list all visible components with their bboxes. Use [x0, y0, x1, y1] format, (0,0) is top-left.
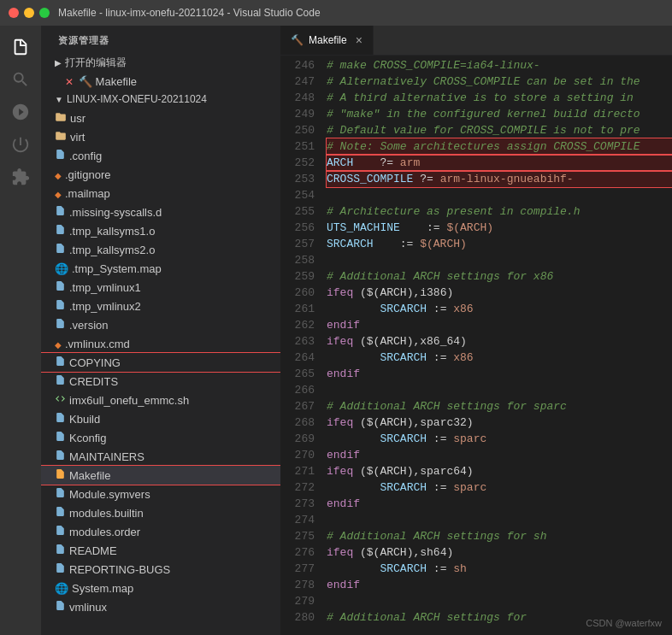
code-line-264: SRCARCH := x86 [327, 350, 672, 366]
file-name-label: Module.symvers [69, 488, 150, 501]
tree-item--mailmap[interactable]: ◆.mailmap [41, 184, 280, 203]
tree-item-modules-order[interactable]: modules.order [41, 522, 280, 541]
file-icon [55, 374, 66, 388]
tree-item--version[interactable]: .version [41, 315, 280, 334]
line-number-259: 259 [280, 268, 315, 285]
file-name-label: .missing-syscalls.d [69, 206, 162, 219]
file-icon [55, 506, 66, 520]
line-number-266: 266 [280, 382, 315, 398]
line-number-255: 255 [280, 203, 315, 220]
open-file-makefile[interactable]: ✕ 🔨 Makefile [41, 73, 280, 90]
minimize-button[interactable] [24, 8, 34, 18]
tree-item-system-map[interactable]: 🌐System.map [41, 579, 280, 597]
tree-item--config[interactable]: .config [41, 146, 280, 165]
file-name-label: MAINTAINERS [69, 450, 144, 463]
file-icon [55, 431, 66, 444]
code-line-260: ifeq ($(ARCH),i386) [327, 285, 672, 301]
title-bar: Makefile - linux-imx-onefu-20211024 - Vi… [0, 0, 672, 26]
file-icon [55, 299, 66, 313]
tree-item-kconfig[interactable]: Kconfig [41, 428, 280, 447]
code-line-263: ifeq ($(ARCH),x86_64) [327, 333, 672, 350]
window-title: Makefile - linux-imx-onefu-20211024 - Vi… [58, 7, 321, 19]
activity-bar [0, 26, 41, 635]
tree-item-reporting-bugs[interactable]: REPORTING-BUGS [41, 560, 280, 579]
file-icon: ◆ [55, 338, 62, 350]
tab-bar: 🔨 Makefile × [280, 26, 672, 56]
tree-item--vmlinux-cmd[interactable]: ◆.vmlinux.cmd [41, 334, 280, 353]
line-number-248: 248 [280, 90, 315, 106]
tree-item-readme[interactable]: README [41, 541, 280, 560]
code-line-257: SRCARCH := $(ARCH) [327, 236, 672, 252]
chevron-open-icon: ▼ [55, 95, 63, 104]
tab-makefile[interactable]: 🔨 Makefile × [280, 26, 374, 55]
file-icon: 🌐 [55, 262, 68, 275]
line-number-247: 247 [280, 73, 315, 90]
tree-item--tmp-vmlinux1[interactable]: .tmp_vmlinux1 [41, 278, 280, 297]
window-controls[interactable] [9, 8, 50, 18]
line-number-250: 250 [280, 122, 315, 138]
close-button[interactable] [9, 8, 19, 18]
tree-item-modules-builtin[interactable]: modules.builtin [41, 503, 280, 522]
code-line-259: # Additional ARCH settings for x86 [327, 268, 672, 285]
code-line-246: # make CROSS_COMPILE=ia64-linux- [327, 57, 672, 73]
tree-item-maintainers[interactable]: MAINTAINERS [41, 447, 280, 466]
file-name-label: REPORTING-BUGS [69, 563, 170, 576]
tree-item-usr[interactable]: usr [41, 109, 280, 127]
file-icon [55, 450, 66, 463]
file-name-label: .tmp_vmlinux2 [69, 300, 141, 313]
tree-item-imx6ull-onefu-emmc-sh[interactable]: imx6ull_onefu_emmc.sh [41, 391, 280, 409]
activity-search[interactable] [6, 65, 35, 94]
line-number-279: 279 [280, 593, 315, 609]
tree-item--tmp-kallsyms1-o[interactable]: .tmp_kallsyms1.o [41, 221, 280, 240]
line-number-257: 257 [280, 236, 315, 252]
tree-item-makefile[interactable]: Makefile [41, 466, 280, 485]
code-line-277: SRCARCH := sh [327, 561, 672, 577]
file-icon: ◆ [55, 187, 62, 200]
activity-extensions[interactable] [6, 162, 35, 191]
file-name-label: .config [69, 150, 102, 162]
tree-item--gitignore[interactable]: ◆.gitignore [41, 165, 280, 184]
tree-item-module-symvers[interactable]: Module.symvers [41, 485, 280, 503]
file-name-label: .tmp_System.map [72, 262, 162, 275]
line-number-277: 277 [280, 561, 315, 577]
file-name-label: Kconfig [69, 432, 106, 444]
line-number-249: 249 [280, 106, 315, 122]
activity-explorer[interactable] [6, 32, 35, 62]
root-folder-section[interactable]: ▼ LINUX-IMX-ONEFU-20211024 [41, 90, 280, 109]
line-number-265: 265 [280, 366, 315, 382]
tree-item--tmp-vmlinux2[interactable]: .tmp_vmlinux2 [41, 297, 280, 315]
activity-git[interactable] [6, 97, 35, 126]
tree-item--missing-syscalls-d[interactable]: .missing-syscalls.d [41, 203, 280, 221]
line-number-274: 274 [280, 512, 315, 528]
tree-item-vmlinux[interactable]: vmlinux [41, 597, 280, 616]
line-number-280: 280 [280, 609, 315, 626]
tree-item--tmp-system-map[interactable]: 🌐.tmp_System.map [41, 259, 280, 278]
tree-item-credits[interactable]: CREDITS [41, 372, 280, 391]
close-icon[interactable]: ✕ [65, 76, 74, 88]
tree-item-virt[interactable]: virt [41, 127, 280, 146]
activity-debug[interactable] [6, 130, 35, 159]
line-number-261: 261 [280, 301, 315, 317]
file-tree: usrvirt.config◆.gitignore◆.mailmap.missi… [41, 109, 280, 635]
editor-content[interactable]: 2462472482492502512522532542552562572582… [280, 56, 672, 635]
code-line-258 [327, 252, 672, 268]
line-number-269: 269 [280, 431, 315, 447]
tab-close-icon[interactable]: × [356, 33, 363, 47]
line-number-270: 270 [280, 447, 315, 463]
file-icon [55, 393, 66, 407]
open-editors-section[interactable]: ▶ 打开的编辑器 [41, 52, 280, 73]
code-lines[interactable]: # make CROSS_COMPILE=ia64-linux-# Altern… [323, 56, 672, 635]
line-number-278: 278 [280, 577, 315, 593]
tree-item--tmp-kallsyms2-o[interactable]: .tmp_kallsyms2.o [41, 240, 280, 259]
sidebar: 资源管理器 ▶ 打开的编辑器 ✕ 🔨 Makefile ▼ LINUX-IMX-… [41, 26, 280, 635]
tree-item-kbuild[interactable]: Kbuild [41, 409, 280, 428]
file-icon [55, 318, 66, 332]
line-number-258: 258 [280, 252, 315, 268]
maximize-button[interactable] [39, 8, 50, 18]
tree-item-copying[interactable]: COPYING [41, 353, 280, 372]
file-name-label: .version [69, 319, 109, 332]
code-line-254 [327, 187, 672, 203]
line-number-275: 275 [280, 528, 315, 544]
code-line-271: ifeq ($(ARCH),sparc64) [327, 463, 672, 479]
line-number-262: 262 [280, 317, 315, 333]
